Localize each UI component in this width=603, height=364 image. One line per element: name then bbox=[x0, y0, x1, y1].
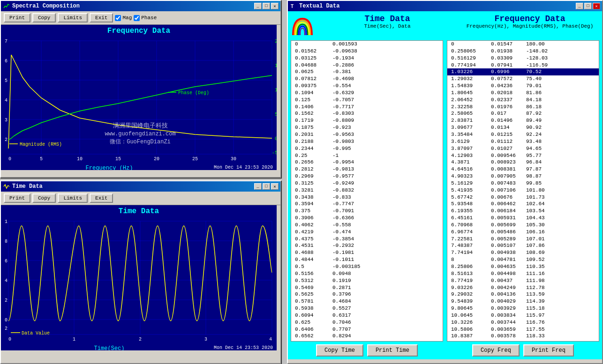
mag-cell: 0.01496 bbox=[489, 117, 524, 124]
freq-data-table[interactable]: 00.01547180.000.2580650.01938-148.020.51… bbox=[447, 40, 599, 342]
phase-cell: 109.52 bbox=[524, 256, 555, 263]
svg-text:0: 0 bbox=[8, 337, 11, 342]
spectral-print-btn[interactable]: Print bbox=[4, 13, 30, 22]
time-val-cell: 0.8294 bbox=[331, 333, 373, 340]
textual-close-btn[interactable]: ✕ bbox=[593, 3, 600, 9]
time-chart-wrapper: 1 0.8 0.6 0.4 0.2 0 -0.2 0 1 2 3 4 Data … bbox=[1, 216, 277, 345]
svg-text:www.guofengdianzi.com: www.guofengdianzi.com bbox=[105, 131, 175, 137]
copy-time-btn[interactable]: Copy Time bbox=[316, 344, 363, 357]
mag-cell: 0.007106 bbox=[489, 187, 524, 194]
spectral-exit-btn[interactable]: Exit bbox=[90, 13, 113, 22]
freq-cell: 1.03226 bbox=[449, 68, 489, 75]
time-data-table[interactable]: 00.0015930.01562-0.096380.03125-0.19340.… bbox=[291, 40, 443, 342]
freq-cell: 9.80645 bbox=[449, 305, 489, 312]
time-data-row: 0.2344-0.995 bbox=[291, 145, 443, 152]
print-freq-btn[interactable]: Print Freq bbox=[523, 344, 574, 357]
freq-data-row: 0.7741940.07941-116.59 bbox=[447, 62, 599, 69]
freq-cell: 9.29032 bbox=[449, 291, 489, 298]
phase-checkbox-label[interactable]: Phase bbox=[134, 15, 157, 21]
freq-big-title: Frequency Data bbox=[460, 14, 599, 23]
time-minimize-btn[interactable]: _ bbox=[254, 183, 262, 190]
spectral-close-btn[interactable]: ✕ bbox=[271, 3, 279, 9]
spectral-chart-title: Frequency Data bbox=[1, 25, 277, 36]
mag-cell: 0.003834 bbox=[489, 312, 524, 319]
time-window: Time Data _ □ ✕ Print Copy Limits Exit T… bbox=[0, 180, 281, 364]
time-data-row: 0.3281-0.8832 bbox=[291, 187, 443, 194]
mag-cell: 0.005289 bbox=[489, 236, 524, 243]
time-val-cell: -0.9249 bbox=[331, 180, 373, 187]
time-cell: 0.4375 bbox=[293, 236, 331, 243]
phase-cell: 113.59 bbox=[524, 291, 555, 298]
freq-data-row: 2.580650.01787.92 bbox=[447, 110, 599, 117]
time-title-text: Time Data bbox=[12, 183, 252, 190]
time-data-row: 0.54690.2871 bbox=[291, 284, 443, 291]
time-chart-title: Time Data bbox=[1, 205, 277, 216]
mag-checkbox-label[interactable]: Mag bbox=[115, 15, 132, 21]
svg-text:1: 1 bbox=[73, 337, 75, 342]
phase-checkbox[interactable] bbox=[134, 15, 140, 21]
freq-data-row: 9.548390.004029114.39 bbox=[447, 298, 599, 305]
spectral-copy-btn[interactable]: Copy bbox=[32, 13, 56, 22]
freq-cell: 1.80645 bbox=[449, 89, 489, 97]
time-cell: 0.25 bbox=[293, 152, 331, 159]
time-cell: 0.4688 bbox=[293, 249, 331, 256]
phase-cell: 117.55 bbox=[524, 326, 555, 333]
mag-label: Mag bbox=[122, 15, 132, 21]
freq-data-row: 5.935480.006462102.64 bbox=[447, 201, 599, 208]
freq-cell: 5.93548 bbox=[449, 201, 489, 208]
mag-checkbox[interactable] bbox=[115, 15, 121, 21]
svg-text:-50: -50 bbox=[272, 150, 277, 156]
phase-cell: 101.73 bbox=[524, 194, 555, 201]
time-print-btn[interactable]: Print bbox=[4, 193, 30, 203]
spectral-minimize-btn[interactable]: _ bbox=[254, 3, 262, 9]
time-data-row: 0.1562-0.8303 bbox=[291, 110, 443, 117]
phase-cell: 111.16 bbox=[524, 270, 555, 277]
copy-freq-btn[interactable]: Copy Freq bbox=[472, 344, 520, 357]
time-data-row: 0.64060.7707 bbox=[291, 326, 443, 333]
freq-cell: 10.3226 bbox=[449, 319, 489, 326]
time-val-cell: 0.7707 bbox=[331, 326, 373, 333]
spectral-title-text: Spectral Composition bbox=[12, 3, 252, 9]
freq-cell: 1.54839 bbox=[449, 82, 489, 89]
mag-cell: 0.009546 bbox=[489, 152, 524, 159]
time-data-row: 0.2969-0.9577 bbox=[291, 173, 443, 180]
time-val-cell: -0.1011 bbox=[331, 256, 373, 263]
time-data-row: 0.4688-0.1981 bbox=[291, 249, 443, 256]
freq-cell: 3.35484 bbox=[449, 131, 489, 138]
time-val-cell: -0.4698 bbox=[331, 75, 373, 82]
freq-data-row: 9.290320.004136113.59 bbox=[447, 291, 599, 298]
phase-cell: 111.98 bbox=[524, 277, 555, 284]
time-maximize-btn[interactable]: □ bbox=[263, 183, 270, 190]
time-cell: 0.2031 bbox=[293, 131, 331, 138]
time-val-cell: -0.8832 bbox=[331, 187, 373, 194]
time-timestamp: Mon Dec 14 23:53 2020 bbox=[214, 345, 273, 350]
svg-text:0.2: 0.2 bbox=[4, 298, 8, 303]
time-cell: 0.0625 bbox=[293, 68, 331, 75]
textual-maximize-btn[interactable]: □ bbox=[584, 3, 592, 9]
freq-data-row: 3.354840.0121592.24 bbox=[447, 131, 599, 138]
time-data-row: 0.51560.0948 bbox=[291, 270, 443, 277]
textual-minimize-btn[interactable]: _ bbox=[576, 3, 583, 9]
svg-text:0: 0 bbox=[8, 156, 11, 162]
time-val-cell: 0.8802 bbox=[331, 340, 373, 342]
spectral-limits-btn[interactable]: Limits bbox=[58, 13, 88, 22]
spectral-maximize-btn[interactable]: □ bbox=[263, 3, 270, 9]
time-data-row: 0.4531-0.2932 bbox=[291, 242, 443, 249]
time-copy-btn[interactable]: Copy bbox=[32, 193, 56, 203]
time-close-btn[interactable]: ✕ bbox=[271, 183, 279, 190]
time-limits-btn[interactable]: Limits bbox=[58, 193, 88, 203]
time-data-row: 0.5-0.003185 bbox=[291, 263, 443, 270]
time-val-cell: 0.7046 bbox=[331, 319, 373, 326]
time-data-row: 0.1094-0.6329 bbox=[291, 89, 443, 97]
time-sub-title: Time(Sec), Data bbox=[318, 23, 457, 29]
mag-cell: 0.007483 bbox=[489, 180, 524, 187]
time-val-cell: -0.1934 bbox=[331, 55, 373, 62]
phase-cell: 75.40 bbox=[524, 75, 555, 82]
freq-cell: 11.0968 bbox=[449, 340, 489, 342]
time-exit-btn[interactable]: Exit bbox=[90, 193, 113, 203]
mag-cell: 0.003578 bbox=[489, 333, 524, 340]
time-cell: 0.3906 bbox=[293, 215, 331, 222]
mag-cell: 0.004635 bbox=[489, 263, 524, 270]
print-time-btn[interactable]: Print Time bbox=[367, 344, 418, 357]
freq-cell: 2.32258 bbox=[449, 104, 489, 111]
